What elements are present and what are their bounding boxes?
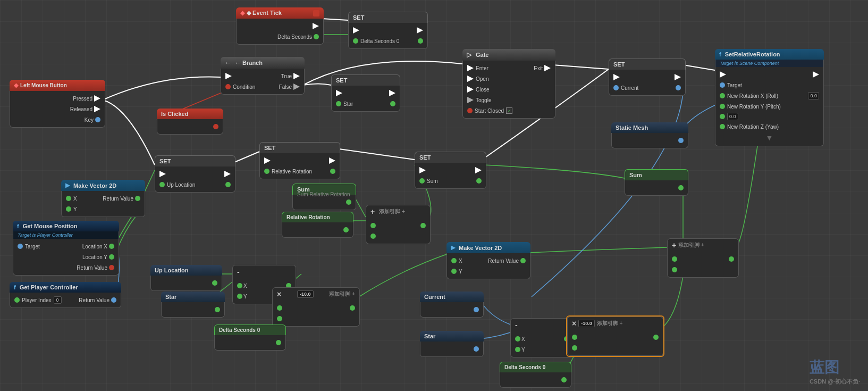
pin-uploc-val xyxy=(212,280,217,286)
pin-player-index xyxy=(14,297,20,303)
plus-node1-header: + 添加引脚 + xyxy=(366,205,431,218)
event-tick-body: Delta Seconds xyxy=(236,19,324,45)
pin-current-val xyxy=(474,307,479,312)
pin-delta-in xyxy=(353,38,358,44)
delta-sec-b-header: Delta Seconds 0 xyxy=(500,362,571,372)
event-tick-header: ◆ ◆ Event Tick xyxy=(236,7,324,19)
delta-sec-b-body xyxy=(500,372,571,388)
pin-key xyxy=(95,117,100,122)
set-rel-rot-body: Target New Rotation X (Roll) 0.0 New Rot… xyxy=(715,67,824,146)
pin-enter xyxy=(467,65,474,71)
static-mesh-body xyxy=(611,133,688,148)
rel-rot-pin-header: Relative Rotation xyxy=(282,212,353,222)
pin-static-mesh-out xyxy=(678,138,684,143)
set-top-exec xyxy=(349,25,427,36)
set-rel-rot-header: f SetRelativeRotation xyxy=(715,49,824,60)
event-tick-node: ◆ ◆ Event Tick Delta Seconds xyxy=(236,7,324,45)
set-sum-node: SET Sum xyxy=(415,152,486,189)
pin-rel-rot-val xyxy=(343,227,349,232)
set-rel-rot2-header: SET xyxy=(259,142,340,153)
pin-star-val-bl xyxy=(215,307,220,312)
pin-rel-rot-in xyxy=(264,169,269,174)
get-player-ctrl-title: Get Player Controller xyxy=(20,284,78,290)
pin-out xyxy=(729,256,734,262)
pin-target xyxy=(18,244,23,249)
star-var-header-bl: Star xyxy=(161,292,225,302)
pin-rot-y-val xyxy=(720,114,725,119)
static-mesh-title: Static Mesh xyxy=(616,124,648,131)
up-location-var-title: Up Location xyxy=(155,267,189,273)
plus-node1-body xyxy=(366,218,431,244)
left-mouse-title: Left Mouse Button xyxy=(20,82,67,88)
plus-node1: + 添加引脚 + xyxy=(366,205,431,244)
minus-node2-body: X Y xyxy=(510,331,574,357)
pin-exec-in xyxy=(613,74,620,80)
set-rel-rot-subtitle: Target is Scene Component xyxy=(715,60,824,67)
star-var-title-bottom: Star xyxy=(424,333,435,339)
delta-seconds-bottom-node: Delta Seconds 0 xyxy=(500,362,571,388)
sum-node1-body xyxy=(292,195,356,210)
pin-star-in xyxy=(336,101,341,106)
pin-current-in xyxy=(613,85,619,90)
pin-false xyxy=(293,84,300,90)
set-current-body: Current xyxy=(609,70,686,96)
up-location-var-node: Up Location xyxy=(150,265,222,291)
delta-sec-bl-header: Delta Seconds 0 xyxy=(214,325,286,335)
pin-y xyxy=(451,269,457,274)
make-vec2d-top-body: X Return Value Y xyxy=(61,191,145,217)
branch-header: ← ← Branch xyxy=(221,57,305,69)
start-closed-checkbox[interactable]: ✓ xyxy=(506,107,512,114)
pin-in1 xyxy=(370,223,376,228)
pin-rot-z xyxy=(720,124,725,129)
pin-close xyxy=(467,86,474,93)
plus-right-node: + 添加引脚 + xyxy=(667,238,739,278)
multiply-node2: × -10.0 添加引脚 + xyxy=(566,315,664,357)
pin-x xyxy=(515,336,520,342)
sum-right-title: Sum xyxy=(629,172,642,178)
left-mouse-body: Pressed Released Key xyxy=(10,91,105,128)
set-up-location-node: SET Up Location xyxy=(155,155,235,193)
pin-return xyxy=(135,196,140,201)
star-var-header-bottom: Star xyxy=(420,331,484,342)
is-clicked-header: Is Clicked xyxy=(157,109,223,119)
pin-delta-seconds xyxy=(314,34,319,39)
pin-star-out xyxy=(390,101,395,106)
get-player-controller-node: f Get Player Controller Player Index 0 R… xyxy=(10,282,121,308)
set-top-body: Delta Seconds 0 xyxy=(348,23,428,49)
up-location-var-body xyxy=(150,276,222,291)
set-rel-rot-title: SetRelativeRotation xyxy=(725,51,780,57)
pin-sum-in xyxy=(419,178,425,184)
multiply-node1: × -10.0 添加引脚 + xyxy=(272,287,360,327)
pin-true xyxy=(293,73,300,79)
sum-right-body xyxy=(625,180,688,196)
pin-delta-out xyxy=(418,38,423,44)
current-var-node: Current xyxy=(420,292,484,318)
plus-right-header: + 添加引脚 + xyxy=(667,238,739,252)
pin-x xyxy=(237,283,242,288)
static-mesh-header: Static Mesh xyxy=(611,122,688,133)
pin-exec-out xyxy=(329,157,335,164)
rel-rot-pin-title: Relative Rotation xyxy=(286,214,330,220)
get-mouse-pos-title: Get Mouse Position xyxy=(23,223,78,229)
sum-node1-header: Sum xyxy=(292,184,356,195)
sum-node1: Sum xyxy=(292,184,356,210)
current-var-title: Current xyxy=(424,294,445,300)
minus-header: - xyxy=(232,265,296,278)
minus-node2: - X Y xyxy=(510,318,574,357)
make-vec2d-bottom-body: X Return Value Y xyxy=(446,253,530,279)
pin-toggle xyxy=(467,97,474,103)
pin-sum-right-out xyxy=(678,185,684,190)
plus-right-body xyxy=(667,252,739,278)
pin-in1 xyxy=(672,256,677,262)
pin-y xyxy=(237,294,242,299)
set-top-title: SET xyxy=(353,14,364,21)
branch-exec: True xyxy=(221,71,304,81)
current-var-body xyxy=(420,302,484,318)
delta-seconds-bl-node: Delta Seconds 0 xyxy=(214,325,286,351)
pin-rot-y xyxy=(720,104,725,109)
delta-sec-bl-title: Delta Seconds 0 xyxy=(219,327,260,333)
pin-out xyxy=(350,305,355,311)
pin-exec-out xyxy=(389,90,395,96)
pin-exec-in xyxy=(159,171,166,177)
pin-pressed xyxy=(94,95,100,102)
